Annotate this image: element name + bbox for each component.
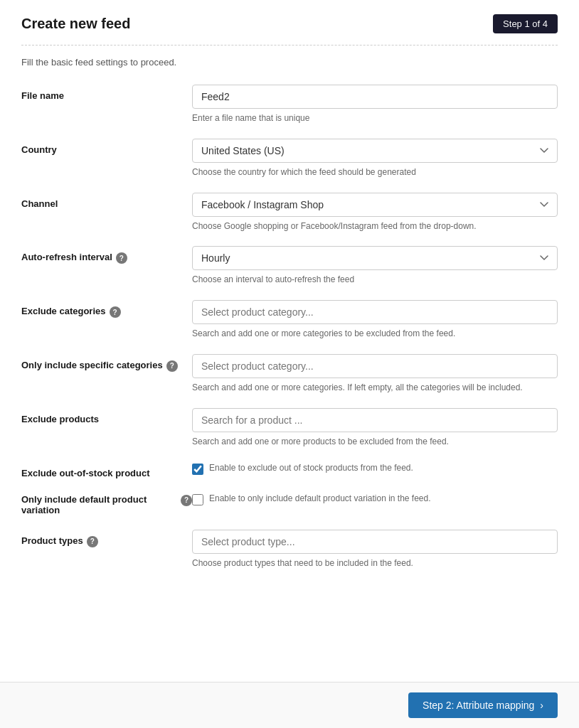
auto-refresh-control: Hourly Daily Weekly Choose an interval t… [192,246,558,286]
include-categories-row: Only include specific categories ? Searc… [21,354,558,394]
default-variation-label: Only include default product variation ? [21,493,192,515]
exclude-categories-hint: Search and add one or more categories to… [192,328,558,340]
exclude-out-of-stock-checkbox[interactable] [192,464,203,475]
auto-refresh-hint: Choose an interval to auto-refresh the f… [192,274,558,286]
step-badge: Step 1 of 4 [493,14,558,33]
form-subtitle: Fill the basic feed settings to proceed. [21,57,558,68]
default-variation-hint: Enable to only include default product v… [209,493,558,505]
country-control: United States (US) United Kingdom (UK) C… [192,139,558,178]
exclude-products-hint: Search and add one or more products to b… [192,436,558,448]
exclude-out-of-stock-control: Enable to exclude out of stock products … [192,462,558,475]
auto-refresh-select[interactable]: Hourly Daily Weekly [192,246,558,270]
country-hint: Choose the country for which the feed sh… [192,166,558,178]
channel-select-wrap: Facebook / Instagram Shop Google Shoppin… [192,193,558,217]
include-categories-control: Search and add one or more categories. I… [192,354,558,394]
page-container: Create new feed Step 1 of 4 Fill the bas… [0,0,579,640]
auto-refresh-label: Auto-refresh interval ? [21,246,192,264]
file-name-input[interactable] [192,85,558,109]
next-step-label: Step 2: Attribute mapping [423,700,534,711]
include-categories-input[interactable] [192,354,558,378]
auto-refresh-help-icon[interactable]: ? [116,252,127,264]
channel-control: Facebook / Instagram Shop Google Shoppin… [192,193,558,232]
country-label: Country [21,139,192,155]
product-types-row: Product types ? Choose product types tha… [21,530,558,569]
country-select-wrap: United States (US) United Kingdom (UK) C… [192,139,558,163]
default-variation-row: Only include default product variation ?… [21,493,558,515]
page-title: Create new feed [21,16,130,32]
default-variation-checkbox[interactable] [192,494,203,505]
include-categories-hint: Search and add one or more categories. I… [192,382,558,394]
exclude-categories-help-icon[interactable]: ? [110,306,121,318]
product-types-control: Choose product types that need to be inc… [192,530,558,569]
file-name-label: File name [21,85,192,101]
product-types-label: Product types ? [21,530,192,547]
include-categories-help-icon[interactable]: ? [166,360,178,372]
exclude-products-row: Exclude products Search and add one or m… [21,408,558,448]
default-variation-help-icon[interactable]: ? [181,495,192,506]
exclude-out-of-stock-checkbox-row: Enable to exclude out of stock products … [192,462,558,475]
product-types-hint: Choose product types that need to be inc… [192,557,558,569]
default-variation-control: Enable to only include default product v… [192,493,558,505]
exclude-out-of-stock-label: Exclude out-of-stock product [21,462,192,478]
footer-bar: Step 2: Attribute mapping › [0,682,579,728]
exclude-products-input[interactable] [192,408,558,432]
exclude-out-of-stock-row: Exclude out-of-stock product Enable to e… [21,462,558,478]
default-variation-checkbox-row: Enable to only include default product v… [192,493,558,505]
file-name-control: Enter a file name that is unique [192,85,558,124]
exclude-categories-control: Search and add one or more categories to… [192,300,558,340]
exclude-categories-row: Exclude categories ? Search and add one … [21,300,558,340]
include-categories-label: Only include specific categories ? [21,354,192,372]
file-name-hint: Enter a file name that is unique [192,112,558,124]
exclude-categories-input[interactable] [192,300,558,324]
exclude-out-of-stock-hint-wrap: Enable to exclude out of stock products … [209,462,558,474]
channel-row: Channel Facebook / Instagram Shop Google… [21,193,558,232]
auto-refresh-row: Auto-refresh interval ? Hourly Daily Wee… [21,246,558,286]
country-row: Country United States (US) United Kingdo… [21,139,558,178]
auto-refresh-select-wrap: Hourly Daily Weekly [192,246,558,270]
next-step-button[interactable]: Step 2: Attribute mapping › [408,692,558,718]
next-step-icon: › [540,700,543,711]
product-types-help-icon[interactable]: ? [87,536,98,547]
file-name-row: File name Enter a file name that is uniq… [21,85,558,124]
exclude-products-control: Search and add one or more products to b… [192,408,558,448]
product-types-input[interactable] [192,530,558,554]
exclude-out-of-stock-hint: Enable to exclude out of stock products … [209,462,558,474]
channel-hint: Choose Google shopping or Facebook/Insta… [192,220,558,232]
channel-select[interactable]: Facebook / Instagram Shop Google Shoppin… [192,193,558,217]
exclude-categories-label: Exclude categories ? [21,300,192,318]
exclude-products-label: Exclude products [21,408,192,424]
default-variation-hint-wrap: Enable to only include default product v… [209,493,558,505]
country-select[interactable]: United States (US) United Kingdom (UK) C… [192,139,558,163]
channel-label: Channel [21,193,192,209]
page-header: Create new feed Step 1 of 4 [21,14,558,46]
